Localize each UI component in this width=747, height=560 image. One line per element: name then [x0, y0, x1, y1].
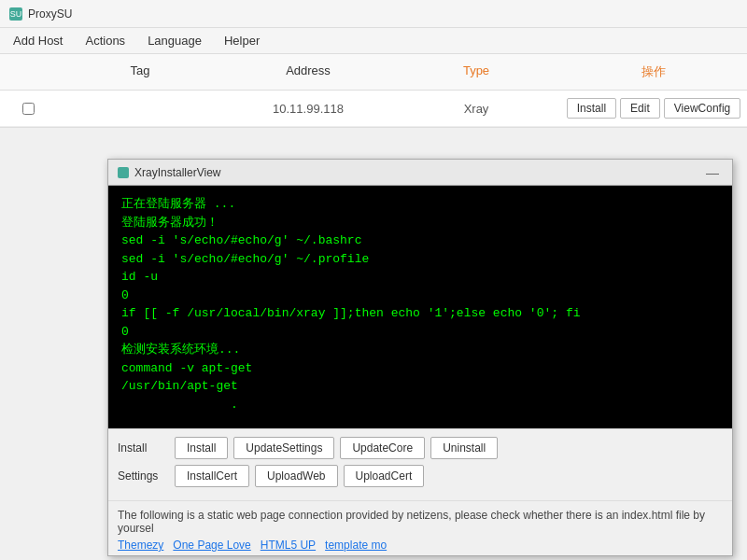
menu-bar: Add Host Actions Language Helper [0, 28, 747, 54]
install-row-label: Install [118, 441, 169, 455]
settings-row-label: Settings [118, 469, 169, 483]
row-tag [56, 105, 224, 112]
btn-install[interactable]: Install [175, 437, 228, 459]
link-one-page-love[interactable]: One Page Love [173, 539, 250, 552]
installer-buttons-section: Install Install UpdateSettings UpdateCor… [108, 428, 732, 500]
row-action-buttons: Install Edit ViewConfig [560, 94, 747, 122]
terminal-line-0: 正在登陆服务器 ... [121, 195, 719, 214]
settings-buttons-row: Settings InstallCert UploadWeb UploadCer… [118, 465, 723, 487]
link-html5up[interactable]: HTML5 UP [261, 539, 316, 552]
btn-upload-cert[interactable]: UploadCert [344, 465, 425, 487]
installer-title: XrayInstallerView [134, 166, 220, 179]
terminal-line-7: 0 [121, 287, 719, 305]
menu-actions[interactable]: Actions [81, 32, 129, 49]
installer-minimize-button[interactable]: — [702, 165, 723, 180]
installer-modal: XrayInstallerView — 正在登陆服务器 ... 登陆服务器成功！… [107, 159, 733, 556]
col-type: Type [392, 60, 560, 84]
col-tag: Tag [56, 60, 224, 84]
install-button[interactable]: Install [567, 98, 616, 119]
row-checkbox[interactable] [22, 103, 35, 115]
terminal-line-12: /usr/bin/apt-get [121, 377, 719, 396]
terminal-line-2: sed -i 's/echo/#echo/g' ~/.bashrc [121, 231, 719, 250]
link-themezy[interactable]: Themezy [118, 539, 163, 552]
app-title: ProxySU [28, 7, 72, 21]
terminal-line-9: 0 [121, 323, 719, 342]
info-section: The following is a static web page conne… [108, 500, 732, 555]
installer-title-bar: XrayInstallerView — [108, 160, 732, 186]
link-template-mo[interactable]: template mo [325, 539, 387, 552]
menu-add-host[interactable]: Add Host [9, 32, 66, 49]
terminal-line-6: id -u [121, 268, 719, 287]
menu-language[interactable]: Language [144, 32, 205, 49]
terminal-line-14: . [121, 396, 719, 414]
terminal-line-11: command -v apt-get [121, 359, 719, 378]
title-bar: SU ProxySU [0, 0, 747, 28]
table-header: Tag Address Type 操作 [0, 54, 747, 91]
row-type: Xray [392, 98, 560, 119]
info-text: The following is a static web page conne… [118, 509, 723, 535]
col-actions: 操作 [560, 60, 747, 84]
menu-helper[interactable]: Helper [220, 32, 263, 49]
btn-uninstall[interactable]: Uninstall [430, 437, 498, 459]
viewconfig-button[interactable]: ViewConfig [664, 98, 740, 119]
table-row: 10.11.99.118 Xray Install Edit ViewConfi… [0, 91, 747, 127]
btn-upload-web[interactable]: UploadWeb [255, 465, 337, 487]
edit-button[interactable]: Edit [620, 98, 660, 119]
installer-title-left: XrayInstallerView [118, 166, 220, 179]
terminal-line-8: if [[ -f /usr/local/bin/xray ]];then ech… [121, 304, 719, 323]
col-address: Address [224, 60, 392, 84]
links-row: Themezy One Page Love HTML5 UP template … [118, 539, 723, 552]
host-table: Tag Address Type 操作 10.11.99.118 Xray In… [0, 54, 747, 128]
btn-update-core[interactable]: UpdateCore [340, 437, 425, 459]
installer-icon [118, 167, 129, 178]
col-checkbox [0, 60, 56, 84]
install-buttons-row: Install Install UpdateSettings UpdateCor… [118, 437, 723, 459]
terminal-line-4: sed -i 's/echo/#echo/g' ~/.profile [121, 250, 719, 269]
terminal-line-1: 登陆服务器成功！ [121, 214, 719, 232]
btn-update-settings[interactable]: UpdateSettings [233, 437, 334, 459]
app-icon: SU [9, 7, 22, 21]
row-checkbox-cell [0, 99, 56, 119]
row-address: 10.11.99.118 [224, 98, 392, 119]
terminal-line-10: 检测安装系统环境... [121, 341, 719, 359]
terminal-output: 正在登陆服务器 ... 登陆服务器成功！ sed -i 's/echo/#ech… [108, 186, 732, 428]
btn-install-cert[interactable]: InstallCert [175, 465, 249, 487]
